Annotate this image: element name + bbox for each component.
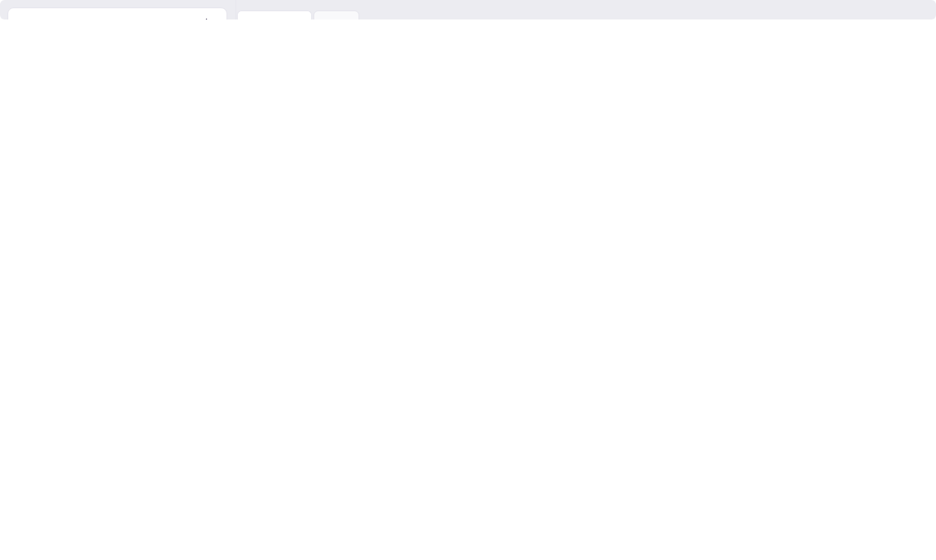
collapse-panel-icon[interactable] xyxy=(203,17,214,19)
sidebar-divider xyxy=(236,0,236,19)
back-label: Programs xyxy=(34,17,80,19)
chevron-left-icon xyxy=(20,18,31,20)
tab-label: Influencers xyxy=(248,18,302,20)
back-to-programs-link[interactable]: Programs xyxy=(20,17,80,19)
tab-influencers[interactable]: Influencers xyxy=(237,10,312,19)
influencer-program-page: Programs Welcome pack 10 influencers Act… xyxy=(0,0,936,19)
tab-label: Codes xyxy=(321,17,352,19)
program-summary-card: Programs Welcome pack 10 influencers Act… xyxy=(8,7,227,19)
tab-codes[interactable]: Codes xyxy=(314,10,359,19)
